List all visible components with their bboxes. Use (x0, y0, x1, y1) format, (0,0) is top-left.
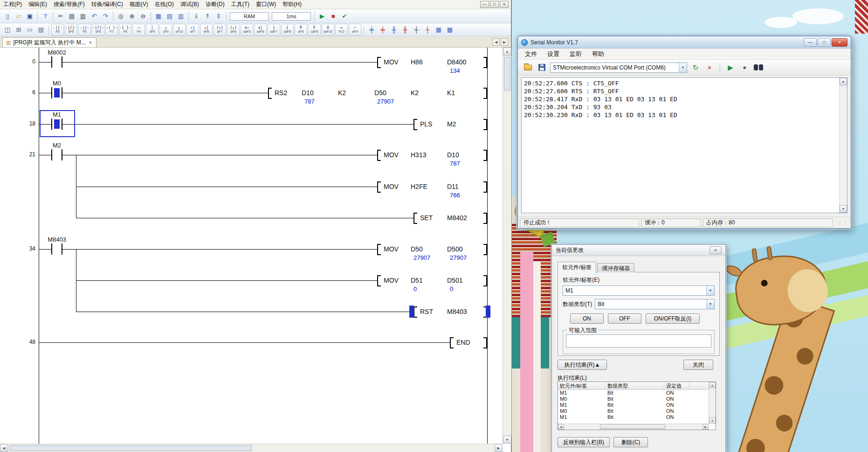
scroll-up-icon[interactable]: ▲ (709, 382, 716, 388)
project-tree-icon[interactable]: ⊞ (14, 25, 24, 35)
close-icon[interactable]: × (832, 38, 847, 47)
fkey-F9-button[interactable]: ─F9 (132, 24, 145, 35)
fkey-saF7-button[interactable]: ├saF7 (268, 24, 280, 35)
fkey-saF5-button[interactable]: x─saF5 (241, 24, 253, 35)
open-project-icon[interactable]: ▱ (14, 11, 24, 21)
menu-item[interactable]: 工具(T) (228, 0, 253, 9)
redo-icon[interactable]: ↷ (100, 11, 110, 21)
close-button[interactable]: 关闭 (683, 360, 713, 370)
menu-item[interactable]: 工程(P) (0, 0, 25, 9)
save-project-icon[interactable]: ▣ (25, 11, 35, 21)
comment-toggle-icon[interactable]: ▤ (36, 25, 46, 35)
sampling-trace-icon[interactable]: ▩ (445, 25, 455, 35)
fkey-aF7-button[interactable]: (↑)aF7 (214, 24, 226, 35)
tab-close-icon[interactable]: × (88, 40, 93, 45)
chevron-down-icon[interactable]: ▼ (706, 286, 714, 295)
insert-row-icon[interactable]: ╪ (366, 25, 377, 35)
contact-m0[interactable]: M0 (45, 80, 69, 98)
read-from-plc-icon[interactable]: ⇑ (202, 11, 213, 21)
column-header[interactable]: 设定值 (664, 382, 689, 389)
fkey-sF6-button[interactable]: -|/|-sF6 (92, 24, 104, 35)
menu-item[interactable]: 设置 (542, 49, 565, 60)
inst-rst[interactable]: RST M8403 (413, 307, 487, 318)
scroll-up-icon[interactable]: ▲ (503, 48, 511, 56)
insert-column-icon[interactable]: ╫ (389, 25, 399, 35)
table-row[interactable]: M1BitON (558, 414, 716, 420)
program-check-icon[interactable]: ✔ (339, 11, 350, 21)
serial-log-scrollbar[interactable]: ▲ ▼ (839, 78, 847, 213)
scroll-left-icon[interactable]: ◀ (0, 444, 8, 452)
tab-program-main[interactable]: ▥ [PRG]R 监视写入 执行中 M... × (2, 37, 96, 47)
chevron-down-icon[interactable]: ▼ (679, 63, 687, 72)
start-listen-icon[interactable]: ▶ (725, 63, 736, 73)
serial-log-area[interactable]: 20:52:27.600 CTS : CTS_OFF20:52:27.600 R… (521, 77, 847, 213)
table-row[interactable]: M1BitON (558, 390, 716, 396)
menu-item[interactable]: 调试(B) (177, 0, 202, 9)
fkey-sF5-button[interactable]: -|/|-sF5 (65, 24, 77, 35)
fkey-saF6-button[interactable]: x│saF6 (254, 24, 267, 35)
fkey-cF9-button[interactable]: ┌cF9 (159, 24, 172, 35)
resize-grip[interactable]: ⋮⋮ (838, 220, 849, 225)
scroll-right-icon[interactable]: ▶ (495, 444, 503, 452)
chevron-down-icon[interactable]: ▼ (706, 299, 714, 309)
minimize-icon[interactable]: — (804, 38, 817, 47)
scroll-down-icon[interactable]: ▼ (709, 417, 716, 424)
minimize-icon[interactable]: — (480, 1, 489, 8)
menu-item[interactable]: 监听 (565, 49, 587, 60)
tile-windows-icon[interactable]: ◫ (2, 25, 13, 35)
menu-item[interactable]: 视图(V) (126, 0, 152, 9)
tab-device-label[interactable]: 软元件/标签 (558, 262, 596, 272)
menu-item[interactable]: 在线(O) (152, 0, 177, 9)
scrollbar-thumb[interactable] (504, 57, 510, 90)
menu-item[interactable]: 帮助(H) (279, 0, 305, 9)
exec-result-button[interactable]: 执行结果(R)▲ (558, 360, 607, 370)
wire-delete-icon[interactable]: ┼ (422, 25, 433, 35)
serial-title-bar[interactable]: Serial Monitor V1.7 — □ × (518, 36, 851, 49)
fkey-F6-button[interactable]: -||-F6 (78, 24, 91, 35)
monitor-start-icon[interactable]: ▶ (317, 11, 327, 21)
inst-mov-h2fe[interactable]: MOV H2FE D11766 (377, 182, 487, 199)
menu-item[interactable]: 搜索/替换(F) (50, 0, 88, 9)
result-list-hscrollbar[interactable]: ◀ ▶ (558, 424, 709, 430)
paste-icon[interactable]: ▥ (78, 11, 88, 21)
inst-mov-d51[interactable]: MOV D510 D5010 (377, 276, 487, 292)
scroll-down-icon[interactable]: ▼ (503, 436, 511, 444)
open-file-icon[interactable] (523, 63, 533, 73)
fkey-F5-button[interactable]: -||-F5 (51, 24, 64, 35)
fkey-F8-button[interactable]: -[ ]-F8 (119, 24, 131, 35)
restore-icon[interactable]: □ (490, 1, 499, 8)
column-header[interactable]: 软元件/标签 (558, 382, 606, 389)
contact-m2[interactable]: M2 (45, 142, 69, 160)
fkey-cF10-button[interactable]: ┐cF10 (173, 24, 186, 35)
result-list-vscrollbar[interactable]: ▲ ▼ (709, 382, 716, 424)
new-file-icon[interactable]: ▯ (2, 11, 13, 21)
zoom-out-icon[interactable]: ⊖ (138, 11, 148, 21)
device-combo[interactable]: M1 ▼ (563, 285, 715, 296)
column-header[interactable]: 数据类型 (606, 382, 664, 389)
find-icon[interactable]: ◎ (116, 11, 126, 21)
save-log-icon[interactable] (537, 63, 547, 73)
menu-item[interactable]: 文件 (520, 49, 542, 60)
menu-item[interactable]: 帮助 (587, 49, 609, 60)
tab-prev-icon[interactable]: ◀ (492, 38, 500, 46)
maximize-icon[interactable]: □ (818, 38, 831, 47)
tab-buffer-memory[interactable]: 缓冲存储器 (597, 263, 634, 272)
device-comment-icon[interactable]: ▤ (165, 11, 175, 21)
table-row[interactable]: M1BitON (558, 402, 716, 408)
fkey-caF5-button[interactable]: FcaF5 (308, 24, 321, 35)
on-button[interactable]: ON (570, 313, 604, 324)
table-row[interactable]: M0BitON (558, 408, 716, 414)
input-range-field[interactable] (566, 334, 711, 348)
inst-mov-d50[interactable]: MOV D5027907 D50027907 (377, 244, 487, 261)
result-list-view[interactable]: 软元件/标签数据类型设定值 M1BitONM0BitONM1BitONM0Bit… (558, 382, 716, 430)
clear-log-icon[interactable]: × (704, 63, 715, 73)
cut-icon[interactable]: ✂ (55, 11, 66, 21)
delete-button[interactable]: 删除(C) (613, 437, 648, 447)
fkey-aF9-button[interactable]: ⌐aF9 (349, 24, 361, 35)
close-icon[interactable]: × (710, 246, 722, 254)
fkey-F10-button[interactable]: ▭F10 (335, 24, 348, 35)
fkey-aF8-button[interactable]: (↓)aF8 (227, 24, 240, 35)
tab-next-icon[interactable]: ▶ (501, 38, 508, 46)
statement-icon[interactable]: ▥ (176, 11, 186, 21)
fkey-caF10-button[interactable]: XcaF10 (322, 24, 334, 35)
